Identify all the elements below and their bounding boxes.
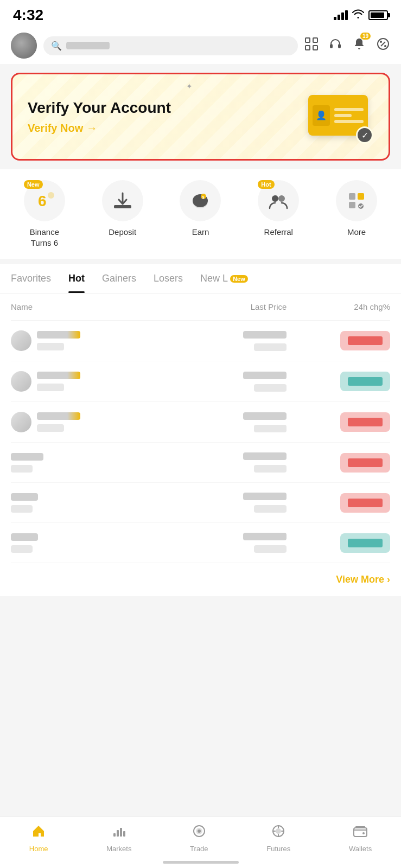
nav-icons: 19 [304, 37, 390, 54]
referral-label: Referral [264, 227, 293, 238]
nav-wallets[interactable]: Wallets [349, 824, 372, 853]
futures-icon [271, 824, 286, 843]
price-blurred [243, 493, 287, 500]
headset-button[interactable] [328, 37, 342, 54]
quick-actions: New 6 BinanceTurns 6 Deposit $ [0, 169, 401, 259]
table-row[interactable] [11, 321, 390, 361]
coin-info [37, 372, 80, 391]
id-photo-icon: 👤 [313, 105, 330, 126]
row-change-col [287, 493, 390, 513]
verify-banner[interactable]: ✦ ✦ Verify Your Account Verify Now → 👤 ✓ [11, 73, 390, 161]
coin-info [11, 493, 38, 513]
coin-name-blurred [11, 493, 38, 501]
earn-label: Earn [192, 227, 209, 238]
coin-info [11, 533, 38, 553]
svg-rect-2 [305, 46, 310, 50]
verify-title: Verify Your Account [28, 99, 171, 117]
binance-turns-6-icon-wrap: New 6 [24, 180, 65, 221]
more-icon-wrap [336, 180, 377, 221]
svg-rect-18 [349, 193, 355, 200]
coin-info [11, 453, 43, 473]
row-name-col [11, 371, 149, 392]
action-more[interactable]: More [324, 180, 389, 238]
signal-bars-icon [334, 10, 348, 20]
row-price-col [149, 452, 287, 473]
verify-now-link[interactable]: Verify Now → [28, 122, 171, 135]
search-bar[interactable]: 🔍 [43, 36, 298, 55]
binance-turns-6-label: BinanceTurns 6 [30, 227, 59, 248]
new-tab-badge: New [230, 275, 248, 283]
nav-wallets-label: Wallets [349, 845, 372, 853]
svg-rect-3 [313, 46, 317, 50]
change-value-blurred [348, 336, 383, 345]
svg-point-17 [278, 195, 285, 202]
sparkle-icon: ✦ [186, 82, 193, 91]
table-row[interactable] [11, 402, 390, 443]
view-more-link[interactable]: View More › [336, 574, 390, 585]
coin-subname-blurred [37, 384, 64, 391]
change-value-blurred [348, 458, 383, 467]
coin-icon [11, 330, 31, 351]
trade-icon [192, 824, 207, 843]
table-row[interactable] [11, 483, 390, 523]
tab-hot[interactable]: Hot [68, 264, 85, 293]
table-row[interactable] [11, 443, 390, 483]
row-price-col [149, 331, 287, 351]
change-button-green [340, 533, 390, 553]
action-earn[interactable]: $ Earn [168, 180, 233, 238]
new-badge: New [24, 180, 43, 189]
svg-rect-23 [117, 830, 119, 837]
table-row[interactable] [11, 523, 390, 563]
table-row[interactable] [11, 361, 390, 402]
search-icon: 🔍 [51, 41, 62, 51]
status-bar: 4:32 [0, 0, 401, 27]
tag-button[interactable] [376, 37, 390, 54]
notification-button[interactable]: 19 [352, 37, 366, 54]
svg-rect-31 [354, 828, 367, 837]
svg-rect-1 [313, 38, 317, 42]
change-value-blurred [348, 539, 383, 547]
svg-point-28 [198, 829, 201, 833]
more-icon [346, 190, 367, 212]
row-name-col [11, 493, 149, 513]
svg-rect-20 [349, 202, 355, 208]
coin-name-blurred [37, 372, 80, 379]
nav-trade-label: Trade [190, 845, 208, 853]
tab-losers[interactable]: Losers [154, 264, 183, 293]
row-change-col [287, 372, 390, 391]
deposit-label: Deposit [109, 227, 136, 238]
avatar[interactable] [11, 33, 37, 59]
change-button-green [340, 372, 390, 391]
nav-markets[interactable]: Markets [106, 824, 131, 853]
column-name: Name [11, 302, 149, 311]
deposit-icon-wrap [102, 180, 143, 221]
tab-gainers[interactable]: Gainers [102, 264, 136, 293]
svg-rect-11 [114, 205, 131, 208]
search-placeholder [66, 42, 110, 49]
nav-home[interactable]: Home [29, 824, 48, 853]
nav-home-label: Home [29, 845, 48, 853]
change-value-blurred [348, 418, 383, 426]
row-price-col [149, 372, 287, 392]
nav-futures[interactable]: Futures [266, 824, 290, 853]
status-time: 4:32 [13, 7, 43, 24]
svg-rect-25 [123, 831, 125, 837]
verify-text: Verify Your Account Verify Now → [28, 99, 171, 135]
nav-trade[interactable]: Trade [190, 824, 208, 853]
price-sub-blurred [254, 384, 287, 392]
bottom-nav: Home Markets Trade [0, 816, 401, 868]
check-circle-icon: ✓ [356, 126, 373, 144]
tab-new[interactable]: New LNew [200, 264, 248, 293]
action-deposit[interactable]: Deposit [90, 180, 155, 238]
coin-name-blurred [37, 412, 80, 420]
action-binance-turns-6[interactable]: New 6 BinanceTurns 6 [12, 180, 77, 248]
referral-icon-wrap: Hot [258, 180, 299, 221]
referral-icon [268, 190, 289, 212]
fullscreen-button[interactable] [304, 37, 319, 54]
nav-bar: 🔍 19 [0, 27, 401, 64]
binance-turns-6-icon: 6 [34, 190, 55, 212]
action-referral[interactable]: Hot Referral [246, 180, 311, 238]
price-sub-blurred [254, 425, 287, 432]
wifi-icon [352, 9, 364, 22]
tab-favorites[interactable]: Favorites [11, 264, 51, 293]
